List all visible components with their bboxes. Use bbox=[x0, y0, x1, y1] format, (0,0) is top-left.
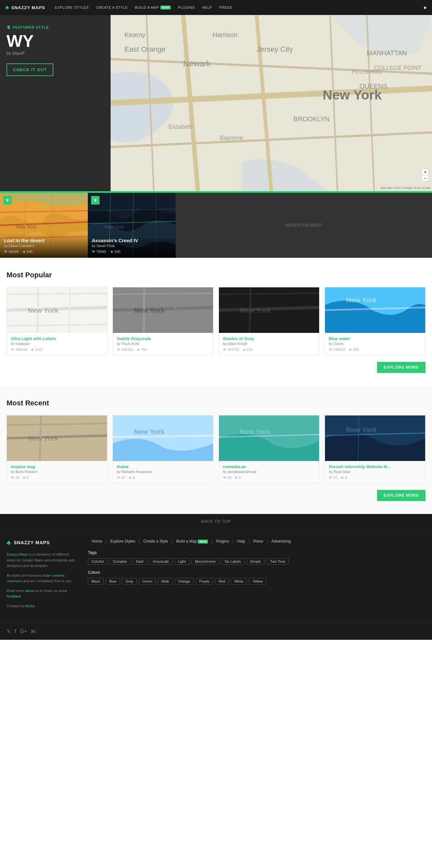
popular-card-stats-2: 👁 293782 ★ 616 bbox=[223, 347, 315, 352]
footer-explore-link[interactable]: Explore Styles bbox=[106, 539, 140, 544]
nav-plugins[interactable]: PLUGINS bbox=[175, 0, 198, 15]
check-it-out-button[interactable]: CHECK IT OUT bbox=[6, 63, 53, 76]
footer-create-link[interactable]: Create a Style bbox=[140, 539, 172, 544]
popular-card-2[interactable]: New York Shades of Grey by Adam Krogh 👁 … bbox=[219, 287, 319, 355]
snazzy-maps-link[interactable]: Snazzy Maps bbox=[6, 552, 28, 556]
featured-card-title-0: Lost in the desert bbox=[4, 238, 84, 243]
recent-card-stats-2: 👁 49 ★ 0 bbox=[223, 475, 315, 480]
popular-card-title-0: Ultra Light with Labels bbox=[11, 336, 103, 341]
feedback-link[interactable]: feedback bbox=[6, 594, 21, 598]
featured-card-0[interactable]: New York ♛ Lost in the desert by Diana C… bbox=[0, 193, 88, 258]
footer-desc-3: Read more about us or leave us some feed… bbox=[6, 588, 78, 599]
popular-card-info-0: Ultra Light with Labels by hawasan 👁 448… bbox=[7, 333, 107, 355]
color-gray[interactable]: Gray bbox=[122, 578, 137, 585]
svg-text:Elizabeth: Elizabeth bbox=[169, 124, 193, 130]
tag-complex[interactable]: Complex bbox=[109, 558, 131, 565]
tag-greyscale[interactable]: Greyscale bbox=[149, 558, 173, 565]
color-blue[interactable]: Blue bbox=[106, 578, 120, 585]
popular-card-title-3: Blue water bbox=[329, 336, 421, 341]
ad-label: ADVERTISEMENT bbox=[285, 223, 323, 227]
twitter-icon[interactable]: 𝕏 bbox=[6, 628, 11, 634]
email-icon[interactable]: ✉ bbox=[31, 628, 35, 634]
svg-line-46 bbox=[113, 293, 213, 294]
pop-stars-3: ★ 585 bbox=[349, 347, 359, 352]
footer-help-link[interactable]: Help bbox=[233, 539, 250, 544]
footer-plugins-link[interactable]: Plugins bbox=[212, 539, 233, 544]
popular-card-0[interactable]: New York Ultra Light with Labels by hawa… bbox=[6, 287, 107, 355]
popular-card-title-1: Subtle Grayscale bbox=[117, 336, 209, 341]
tag-no-labels[interactable]: No Labels bbox=[221, 558, 244, 565]
featured-card-1[interactable]: New York ♛ Assassin's Creed IV by Sarah … bbox=[88, 193, 176, 258]
featured-stars-1: ★ 240 bbox=[110, 250, 120, 254]
nav-explore-styles[interactable]: EXPLORE STYLES bbox=[52, 0, 92, 15]
back-to-top-link[interactable]: BACK TO TOP bbox=[0, 514, 432, 529]
zoom-in-button[interactable]: + bbox=[422, 169, 428, 175]
popular-card-3[interactable]: New York Blue water by Xavier 👁 239149 ★… bbox=[325, 287, 426, 355]
rec-views-1: 👁 47 bbox=[117, 475, 125, 480]
tag-light[interactable]: Light bbox=[174, 558, 189, 565]
googleplus-icon[interactable]: G+ bbox=[20, 628, 27, 634]
about-link[interactable]: about us bbox=[25, 589, 39, 593]
color-purple[interactable]: Purple bbox=[196, 578, 213, 585]
rec-stars-0: ★ 0 bbox=[23, 475, 29, 480]
footer-logo-icon: ♣ bbox=[6, 539, 11, 547]
footer-logo-text: SNAZZY MAPS bbox=[14, 540, 50, 545]
tag-colorful[interactable]: Colorful bbox=[88, 558, 107, 565]
footer-advertising-link[interactable]: Advertising bbox=[267, 539, 294, 544]
svg-text:New York: New York bbox=[16, 224, 37, 229]
featured-crown-0: ♛ bbox=[3, 196, 12, 205]
tag-dark[interactable]: Dark bbox=[133, 558, 147, 565]
footer-tags-title: Tags bbox=[88, 550, 426, 555]
tag-simple[interactable]: Simple bbox=[247, 558, 265, 565]
tag-monochrome[interactable]: Monochrome bbox=[191, 558, 219, 565]
recent-card-by-3: by Ryan Daw bbox=[329, 470, 421, 474]
build-map-badge: NEW bbox=[161, 5, 171, 9]
facebook-icon[interactable]: f bbox=[15, 628, 16, 634]
nav-help[interactable]: HELP bbox=[199, 0, 215, 15]
footer-social: 𝕏 f G+ ✉ bbox=[0, 623, 432, 640]
popular-explore-more-button[interactable]: EXPLORE MORE bbox=[377, 362, 426, 373]
featured-cards: New York ♛ Lost in the desert by Diana C… bbox=[0, 193, 432, 258]
map-zoom-controls: + − bbox=[422, 169, 429, 181]
recent-card-title-0: isoplus map bbox=[11, 464, 103, 469]
nav-press[interactable]: PRESS bbox=[216, 0, 235, 15]
user-icon[interactable]: ● bbox=[423, 4, 427, 11]
footer-logo: ♣ SNAZZY MAPS bbox=[6, 539, 78, 547]
footer-press-link[interactable]: Press bbox=[250, 539, 268, 544]
navbar: ♣ SNAZZY MAPS EXPLORE STYLES CREATE A ST… bbox=[0, 0, 432, 15]
zoom-out-button[interactable]: − bbox=[422, 175, 428, 181]
logo-icon: ♣ bbox=[5, 4, 9, 11]
color-multi[interactable]: Multi bbox=[158, 578, 172, 585]
recent-card-info-0: isoplus map by Boris Puhacin 👁 24 ★ 0 bbox=[7, 461, 107, 483]
color-black[interactable]: Black bbox=[88, 578, 104, 585]
nav-build-map[interactable]: BUILD A MAP NEW bbox=[132, 0, 174, 15]
footer-colors: Black Blue Gray Green Multi Orange Purpl… bbox=[88, 578, 426, 585]
featured-card-overlay-1: Assassin's Creed IV by Sarah Frisk 👁 704… bbox=[88, 234, 176, 258]
recent-card-by-2: by abdulkaderahmad bbox=[223, 470, 315, 474]
recent-thumb-2: New York bbox=[219, 415, 319, 461]
popular-card-1[interactable]: New York Subtle Grayscale by Paulo Avila… bbox=[113, 287, 213, 355]
nav-create-style[interactable]: CREATE A STYLE bbox=[93, 0, 131, 15]
color-white[interactable]: White bbox=[231, 578, 247, 585]
recent-card-0[interactable]: New York isoplus map by Boris Puhacin 👁 … bbox=[6, 415, 107, 484]
footer-build-link[interactable]: Build a Map NEW bbox=[172, 539, 212, 544]
atmist-link[interactable]: Atmist bbox=[25, 604, 35, 608]
pop-stars-2: ★ 616 bbox=[243, 347, 253, 352]
color-red[interactable]: Red bbox=[215, 578, 229, 585]
nav-logo[interactable]: ♣ SNAZZY MAPS bbox=[5, 4, 45, 11]
footer-home-link[interactable]: Home bbox=[88, 539, 106, 544]
color-yellow[interactable]: Yellow bbox=[249, 578, 266, 585]
footer-desc-4: Created by Atmist bbox=[6, 603, 78, 609]
recent-card-1[interactable]: New York Dubai by Rishabh Kesarwani 👁 47… bbox=[113, 415, 213, 484]
pop-views-0: 👁 448233 bbox=[11, 347, 27, 352]
footer-left: ♣ SNAZZY MAPS Snazzy Maps is a repositor… bbox=[6, 539, 78, 613]
recent-card-2[interactable]: New York comedia.ae by abdulkaderahmad 👁… bbox=[219, 415, 319, 484]
recent-card-info-1: Dubai by Rishabh Kesarwani 👁 47 ★ 0 bbox=[113, 461, 213, 483]
recent-thumb-3: New York bbox=[325, 415, 425, 461]
color-green[interactable]: Green bbox=[139, 578, 156, 585]
tag-two-tone[interactable]: Two Tone bbox=[266, 558, 289, 565]
recent-explore-more-button[interactable]: EXPLORE MORE bbox=[377, 490, 426, 501]
color-orange[interactable]: Orange bbox=[175, 578, 194, 585]
svg-text:New York: New York bbox=[104, 224, 124, 229]
recent-card-3[interactable]: New York Pursuit Internship Website M...… bbox=[325, 415, 426, 484]
